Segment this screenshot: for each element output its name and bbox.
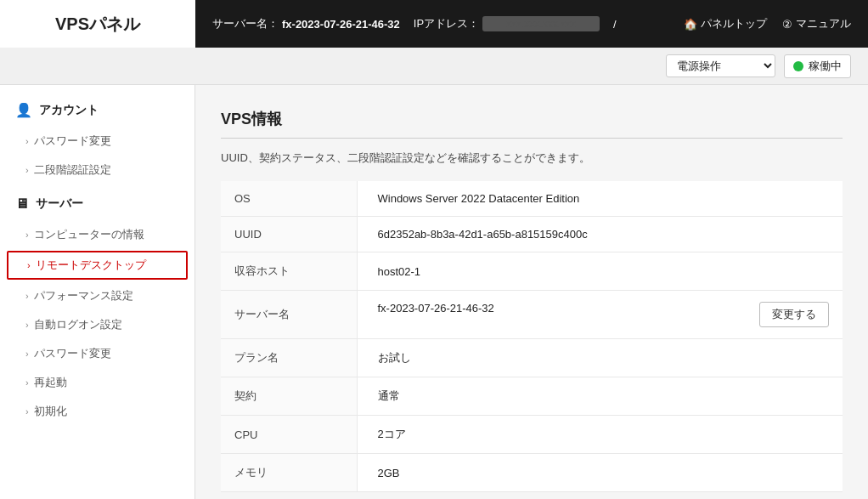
row-value: 2コア: [357, 416, 843, 454]
sidebar-section-account: 👤 アカウント › パスワード変更 › 二段階認証設定: [0, 94, 194, 184]
sidebar-item-label: 初期化: [34, 404, 67, 419]
row-label: メモリ: [221, 454, 357, 492]
home-icon: 🏠: [684, 18, 697, 31]
account-icon: 👤: [15, 102, 32, 118]
arrow-icon: ›: [25, 291, 29, 301]
arrow-icon: ›: [25, 165, 29, 175]
status-badge: 稼働中: [784, 54, 851, 78]
row-value: fx-2023-07-26-21-46-32変更する: [357, 291, 843, 339]
sidebar-item-remote-desktop[interactable]: › リモートデスクトップ: [7, 251, 188, 280]
arrow-icon: ›: [25, 349, 29, 359]
row-value: Windows Server 2022 Datacenter Edition: [357, 181, 843, 217]
divider: [221, 138, 843, 139]
separator: /: [613, 18, 617, 31]
sidebar-item-label: コンピューターの情報: [34, 227, 144, 242]
sidebar-item-label: 再起動: [34, 375, 67, 390]
ip-label: IPアドレス：: [414, 16, 479, 31]
arrow-icon: ›: [25, 136, 29, 146]
sidebar-item-performance[interactable]: › パフォーマンス設定: [0, 281, 194, 310]
row-label: OS: [221, 181, 357, 217]
change-button[interactable]: 変更する: [759, 302, 829, 327]
table-row: プラン名お試し: [221, 339, 843, 377]
server-icon: 🖥: [15, 196, 29, 212]
status-dot: [793, 61, 803, 71]
sidebar-title-server[interactable]: 🖥 サーバー: [0, 188, 194, 220]
row-value: 2GB: [357, 454, 843, 492]
sidebar-item-initialize[interactable]: › 初期化: [0, 397, 194, 426]
sidebar-item-auto-logon[interactable]: › 自動ログオン設定: [0, 310, 194, 339]
sidebar-item-password-change[interactable]: › パスワード変更: [0, 127, 194, 156]
table-row: UUID6d2352ab-8b3a-42d1-a65b-a815159c400c: [221, 217, 843, 252]
sidebar-title-account[interactable]: 👤 アカウント: [0, 94, 194, 127]
row-value: 6d2352ab-8b3a-42d1-a65b-a815159c400c: [357, 217, 843, 252]
sidebar-item-label: パスワード変更: [34, 346, 111, 361]
table-row: CPU2コア: [221, 416, 843, 454]
content-area: VPS情報 UUID、契約ステータス、二段階認証設定などを確認することができます…: [195, 85, 868, 499]
sidebar-item-reboot[interactable]: › 再起動: [0, 368, 194, 397]
sidebar-item-label: パフォーマンス設定: [34, 288, 133, 303]
table-row: OSWindows Server 2022 Datacenter Edition: [221, 181, 843, 217]
sidebar-item-label: パスワード変更: [34, 133, 111, 149]
sidebar-item-label: 二段階認証設定: [34, 162, 111, 178]
sidebar: 👤 アカウント › パスワード変更 › 二段階認証設定 🖥 サーバー › コンピ…: [0, 85, 195, 499]
arrow-icon: ›: [25, 406, 29, 417]
row-value: host02-1: [357, 252, 843, 291]
panel-top-link[interactable]: 🏠 パネルトップ: [684, 16, 767, 31]
arrow-icon: ›: [25, 320, 29, 330]
table-row: サーバー名fx-2023-07-26-21-46-32変更する: [221, 291, 843, 339]
sidebar-item-label: リモートデスクトップ: [36, 258, 146, 273]
page-title: VPS情報: [221, 109, 843, 129]
help-icon: ②: [782, 18, 792, 31]
sidebar-item-server-password[interactable]: › パスワード変更: [0, 339, 194, 368]
arrow-icon: ›: [25, 230, 29, 240]
status-text: 稼働中: [809, 59, 842, 74]
header-nav: 🏠 パネルトップ ② マニュアル: [684, 0, 868, 48]
arrow-icon: ›: [27, 260, 31, 270]
sidebar-item-computer-info[interactable]: › コンピューターの情報: [0, 220, 194, 249]
account-label: アカウント: [39, 103, 99, 118]
sub-header: 電源操作 起動 シャットダウン 再起動 稼働中: [0, 48, 868, 85]
sidebar-section-server: 🖥 サーバー › コンピューターの情報 › リモートデスクトップ › パフォーマ…: [0, 188, 194, 426]
manual-label: マニュアル: [796, 16, 851, 31]
panel-top-label: パネルトップ: [701, 16, 767, 31]
row-value: お試し: [357, 339, 843, 377]
top-header: VPSパネル サーバー名： fx-2023-07-26-21-46-32 IPア…: [0, 0, 868, 48]
main-layout: 👤 アカウント › パスワード変更 › 二段階認証設定 🖥 サーバー › コンピ…: [0, 85, 868, 499]
content-description: UUID、契約ステータス、二段階認証設定などを確認することができます。: [221, 150, 843, 166]
row-label: 契約: [221, 377, 357, 416]
power-select[interactable]: 電源操作 起動 シャットダウン 再起動: [666, 54, 775, 77]
row-label: 収容ホスト: [221, 252, 357, 291]
logo: VPSパネル: [0, 0, 195, 48]
arrow-icon: ›: [25, 377, 29, 388]
logo-text: VPSパネル: [55, 13, 140, 36]
ip-value: xxx.xxx.xxx.xxx: [482, 16, 600, 31]
sidebar-item-two-step-auth[interactable]: › 二段階認証設定: [0, 156, 194, 184]
row-label: サーバー名: [221, 291, 357, 339]
header-center: サーバー名： fx-2023-07-26-21-46-32 IPアドレス： xx…: [195, 0, 684, 48]
server-label: サーバー: [36, 196, 83, 212]
row-label: プラン名: [221, 339, 357, 377]
table-row: 収容ホストhost02-1: [221, 252, 843, 291]
server-name-label: サーバー名：: [212, 16, 279, 31]
info-table: OSWindows Server 2022 Datacenter Edition…: [221, 181, 843, 492]
row-label: UUID: [221, 217, 357, 252]
row-value: 通常: [357, 377, 843, 416]
table-row: 契約通常: [221, 377, 843, 416]
table-row: メモリ2GB: [221, 454, 843, 492]
row-label: CPU: [221, 416, 357, 454]
server-name-value: fx-2023-07-26-21-46-32: [282, 18, 400, 31]
manual-link[interactable]: ② マニュアル: [782, 16, 851, 31]
sidebar-item-label: 自動ログオン設定: [34, 317, 122, 332]
